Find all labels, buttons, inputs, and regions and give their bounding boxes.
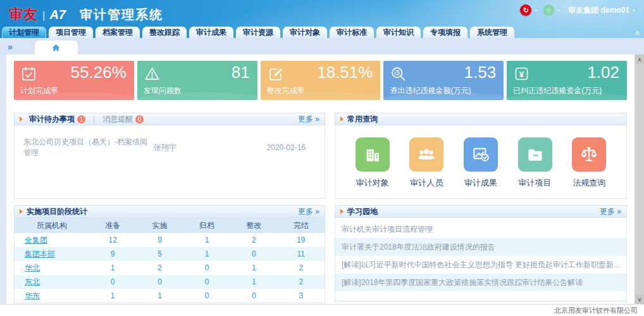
cell-complete[interactable]: 11 xyxy=(278,247,325,261)
product-name: A7 xyxy=(49,8,66,22)
cell-implement[interactable]: 1 xyxy=(136,289,183,303)
page-footer: 北京用友审计软件有限公司 xyxy=(0,304,644,316)
stat-value: 55.26% xyxy=(71,63,127,82)
org-link[interactable]: 华北 xyxy=(25,263,40,272)
learning-item[interactable]: 审计署关于2018年度法治政府建设情况的报告 xyxy=(335,238,626,256)
org-link[interactable]: 东北 xyxy=(25,277,40,286)
query-audit-projects[interactable]: 审计项目 xyxy=(518,137,552,189)
tab-audit-resources[interactable]: 审计资源 xyxy=(236,27,280,38)
learning-item[interactable]: 审计机关审计项目流程管理 xyxy=(335,220,626,238)
org-link[interactable]: 全集团 xyxy=(25,236,47,244)
chevron-down-icon[interactable]: ▾ xyxy=(633,8,635,13)
tab-audit-objects[interactable]: 审计对象 xyxy=(283,27,327,38)
cell-implement[interactable]: 5 xyxy=(136,247,183,261)
org-link[interactable]: 集团本部 xyxy=(25,250,55,258)
stat-card-corrected-funds[interactable]: ¥ 1.02 已纠正违纪违规资金(万元) xyxy=(507,61,627,100)
todo-list-item[interactable]: 东北公司历史项目（易天）-档案借阅管理 张翔宇 2020-02-16 xyxy=(15,132,325,163)
refresh-icon[interactable]: ↻ xyxy=(520,4,531,16)
left-strip xyxy=(0,54,6,304)
stat-card-rectification-completion[interactable]: 18.51% 整改完成率 xyxy=(261,61,381,100)
cell-rectify[interactable]: 1 xyxy=(230,261,277,275)
tab-rectification-tracking[interactable]: 整改跟踪 xyxy=(142,27,187,38)
vertical-scrollbar[interactable]: ∧ ∨ xyxy=(635,54,644,304)
learning-item[interactable]: [解读]以习近平新时代中国特色社会主义思想为指导 更好担负起审计工作新职责新..… xyxy=(335,256,626,274)
scroll-up-icon[interactable]: ∧ xyxy=(635,54,644,64)
table-header-row: 所属机构 准备 实施 归档 整改 完结 xyxy=(15,218,325,233)
tab-system-management[interactable]: 系统管理 xyxy=(470,27,514,38)
cell-prepare[interactable]: 1 xyxy=(89,289,136,303)
learning-more-link[interactable]: 更多 » xyxy=(600,206,621,217)
cell-rectify[interactable]: 0 xyxy=(230,247,277,261)
favorite-star-icon[interactable]: ☆ xyxy=(543,4,554,16)
cell-prepare[interactable]: 0 xyxy=(89,275,136,289)
scales-icon xyxy=(579,145,598,164)
org-link[interactable]: 华东 xyxy=(25,291,40,300)
learning-item[interactable]: [解读]2018年第四季度国家重大政策措施落实情况跟踪审计结果公告解读 xyxy=(335,274,626,291)
cell-archive[interactable]: 1 xyxy=(183,247,230,261)
home-tab[interactable] xyxy=(35,41,78,54)
company-name: 北京用友审计软件有限公司 xyxy=(554,306,638,315)
cell-complete[interactable]: 2 xyxy=(278,275,325,289)
chevron-down-icon[interactable]: ▾ xyxy=(557,8,560,13)
todo-more-link[interactable]: 更多 » xyxy=(298,114,319,125)
svg-text:¥: ¥ xyxy=(519,70,524,79)
stat-label: 已纠正违纪违规资金(万元) xyxy=(513,85,602,96)
tab-archive-management[interactable]: 档案管理 xyxy=(96,27,140,38)
tab-audit-standards[interactable]: 审计标准 xyxy=(330,27,374,38)
todo-item-title: 东北公司历史项目（易天）-档案借阅管理 xyxy=(23,137,154,158)
content-area: 55.26% 计划完成率 81 发现问题数 18.51% 整改完成率 xyxy=(6,54,635,304)
query-audit-objects[interactable]: 审计对象 xyxy=(356,137,390,189)
tab-special-reporting[interactable]: 专项填报 xyxy=(423,27,468,38)
query-label: 审计人员 xyxy=(410,177,443,189)
tab-audit-knowledge[interactable]: 审计知识 xyxy=(376,27,421,38)
tab-message-reminders[interactable]: 消息提醒 xyxy=(102,114,133,125)
cell-complete[interactable]: 19 xyxy=(278,233,325,247)
cell-rectify[interactable]: 1 xyxy=(230,275,277,289)
brand-name: 审友 xyxy=(9,5,38,24)
cell-archive[interactable]: 0 xyxy=(183,275,230,289)
stat-label: 整改完成率 xyxy=(267,85,305,96)
table-row: 华东 1 1 0 0 3 xyxy=(15,289,325,303)
table-row: 东北 0 0 0 1 2 xyxy=(15,275,325,289)
query-regulations[interactable]: 法规查询 xyxy=(572,137,606,189)
cell-prepare[interactable]: 12 xyxy=(89,233,136,247)
query-label: 法规查询 xyxy=(573,177,605,189)
section-arrow-icon xyxy=(20,209,23,214)
cell-implement[interactable]: 0 xyxy=(136,275,183,289)
column-header: 所属机构 xyxy=(15,218,89,233)
tab-audit-todos[interactable]: 审计待办事项 xyxy=(29,114,75,125)
cell-archive[interactable]: 0 xyxy=(183,261,230,275)
cell-prepare[interactable]: 9 xyxy=(89,247,136,261)
query-audit-results[interactable]: 审计成果 xyxy=(464,137,498,189)
expand-menu-icon[interactable]: » xyxy=(8,42,13,52)
cell-prepare[interactable]: 1 xyxy=(89,261,136,275)
stage-more-link[interactable]: 更多 » xyxy=(298,206,319,217)
cell-rectify[interactable]: 0 xyxy=(230,289,277,303)
cell-implement[interactable]: 2 xyxy=(136,261,183,275)
folder-icon xyxy=(526,145,545,164)
section-arrow-icon xyxy=(20,117,23,122)
tab-plan-management[interactable]: 计划管理 xyxy=(2,27,46,38)
cell-complete[interactable]: 2 xyxy=(278,261,325,275)
tab-audit-results[interactable]: 审计成果 xyxy=(189,27,233,38)
current-user[interactable]: 审友集团 demo01 xyxy=(568,5,629,16)
stat-card-violation-amount[interactable]: 违 1.53 查出违纪违规金额(万元) xyxy=(383,61,504,100)
table-row: 集团本部 9 5 1 0 11 xyxy=(15,247,325,261)
cell-implement[interactable]: 9 xyxy=(136,233,183,247)
chevron-down-icon[interactable]: ▾ xyxy=(535,8,537,13)
cell-archive[interactable]: 1 xyxy=(183,233,230,247)
search-violation-icon: 违 xyxy=(390,65,407,82)
todo-item-person: 张翔宇 xyxy=(154,142,242,153)
tab-project-management[interactable]: 项目管理 xyxy=(49,27,93,38)
stat-card-plan-completion[interactable]: 55.26% 计划完成率 xyxy=(14,61,134,100)
stage-panel-header: 实施项目阶段统计 更多 » xyxy=(15,206,325,218)
cell-rectify[interactable]: 2 xyxy=(230,233,277,247)
cell-complete[interactable]: 3 xyxy=(278,289,325,303)
stat-card-issues-found[interactable]: 81 发现问题数 xyxy=(137,61,257,100)
scroll-down-icon[interactable]: ∨ xyxy=(635,294,644,304)
cell-archive[interactable]: 0 xyxy=(183,289,230,303)
query-audit-staff[interactable]: 审计人员 xyxy=(409,137,443,189)
calendar-check-icon xyxy=(20,65,37,82)
collapse-up-icon[interactable]: « xyxy=(634,31,642,35)
column-header: 准备 xyxy=(89,218,136,233)
